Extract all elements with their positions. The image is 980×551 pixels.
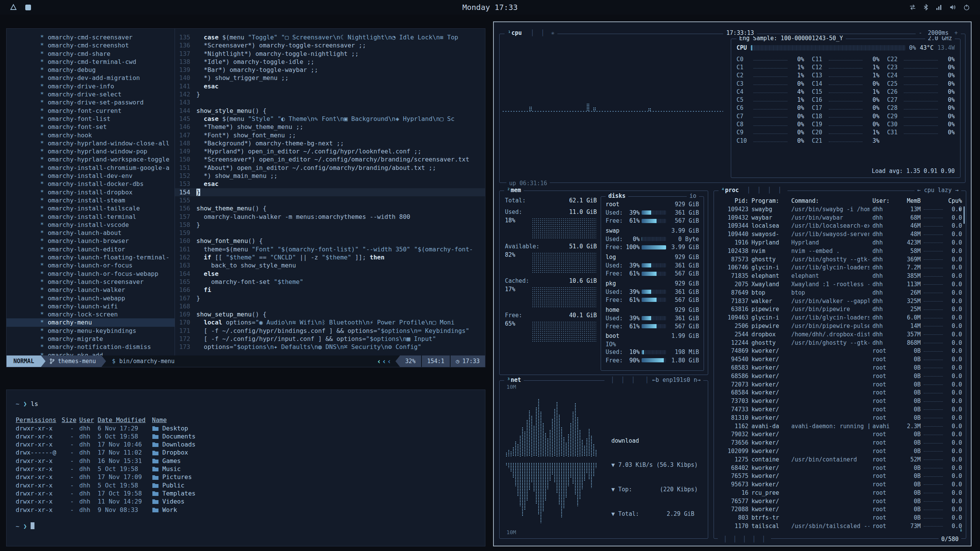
scroll-down-icon[interactable]: ↓ xyxy=(959,526,963,533)
process-row[interactable]: 2506 pipewire /usr/bin/pipewire-pulse dh… xyxy=(719,322,962,331)
net-control-button[interactable] xyxy=(628,377,639,383)
file-item[interactable]: omarchy-hyprland-window-pop xyxy=(7,147,175,155)
process-row[interactable]: 87573 ghostty /usr/bin/ghostty --gtk- dh… xyxy=(719,256,962,264)
code-editor[interactable]: 135 case $(menu "Toggle" "▢ Screensaver\… xyxy=(175,29,485,355)
file-item[interactable]: omarchy-hyprland-window-close-all xyxy=(7,139,175,147)
file-item[interactable]: omarchy-launch-floating-terminal- xyxy=(7,253,175,261)
btop-menu-button[interactable] xyxy=(537,29,548,36)
power-icon[interactable] xyxy=(963,4,970,11)
bluetooth-icon[interactable] xyxy=(923,4,929,11)
omarchy-logo-icon[interactable] xyxy=(10,4,17,11)
process-row[interactable]: 76575 kworker/ root 0B 0.0 xyxy=(719,472,962,481)
process-row[interactable]: 73703 kworker/ root 0B 0.0 xyxy=(719,397,962,406)
process-row[interactable]: 102099 kworker/ root 0B 0.0 xyxy=(719,447,962,456)
process-row[interactable]: 63816 pipewire /usr/bin/pipewire dhh 25M… xyxy=(719,305,962,314)
proc-control-button[interactable] xyxy=(764,187,774,194)
proc-control-button[interactable] xyxy=(774,187,785,194)
file-item[interactable]: omarchy-cmd-terminal-cwd xyxy=(7,58,175,66)
proc-sort-mode[interactable]: ← cpu lazy → xyxy=(915,187,961,194)
process-row[interactable]: 1275 containe /usr/bin/containerd root 5… xyxy=(719,456,962,464)
process-row[interactable]: 68584 kworker/ root 0B 0.0 xyxy=(719,389,962,397)
process-row[interactable]: 1162 avahi-da avahi-daemon: running [ av… xyxy=(719,422,962,431)
process-row[interactable]: 102438 nvim nvim --embed . dhh 58M 0.0 xyxy=(719,247,962,256)
proc-control-button[interactable] xyxy=(743,187,754,194)
net-control-button[interactable] xyxy=(617,377,628,383)
proc-control-button[interactable] xyxy=(754,187,764,194)
proc-footer-key[interactable] xyxy=(749,536,759,543)
process-row[interactable]: 71837 walker /usr/bin/walker --gappl dhh… xyxy=(719,297,962,306)
file-item[interactable]: omarchy-launch-wifi xyxy=(7,302,175,310)
proc-footer-key[interactable] xyxy=(720,536,730,543)
file-item[interactable]: omarchy-lock-screen xyxy=(7,310,175,318)
process-row[interactable]: 68402 kworker/ root 0B 0.0 xyxy=(719,464,962,473)
proc-footer-key[interactable] xyxy=(740,536,749,543)
file-item[interactable]: omarchy-font-current xyxy=(7,107,175,115)
process-row[interactable]: 95673 kworker/ root 0B 0.0 xyxy=(719,481,962,489)
file-item[interactable]: omarchy-menu-keybindings xyxy=(7,327,175,335)
process-row[interactable]: 72088 kworker/ root 0B 0.0 xyxy=(719,505,962,514)
process-row[interactable]: 79032 kworker/ root 0B 0.0 xyxy=(719,430,962,439)
process-row[interactable]: 109463 glycin-i /usr/lib/glycin-loaders … xyxy=(719,314,962,322)
file-item[interactable]: omarchy-font-list xyxy=(7,115,175,123)
proc-scrollbar-thumb[interactable] xyxy=(964,206,965,224)
process-row[interactable]: 106746 glycin-i /usr/lib/glycin-loaders … xyxy=(719,264,962,272)
net-control-button[interactable] xyxy=(607,377,617,383)
process-row[interactable]: 71835 elephant elephant dhh 385M 0.0 xyxy=(719,272,962,280)
file-item[interactable]: omarchy-launch-webapp xyxy=(7,294,175,302)
file-item[interactable]: omarchy-cmd-screensaver xyxy=(7,33,175,41)
workspace-active-indicator[interactable] xyxy=(25,5,31,10)
file-item[interactable]: omarchy-launch-browser xyxy=(7,237,175,245)
file-item[interactable]: omarchy-install-terminal xyxy=(7,213,175,221)
file-item[interactable]: omarchy-install-dev-env xyxy=(7,172,175,180)
file-item[interactable]: omarchy-launch-screensaver xyxy=(7,278,175,286)
io-title[interactable]: io xyxy=(687,192,699,199)
process-row[interactable]: 68586 kworker/ root 0B 0.0 xyxy=(719,372,962,381)
process-row[interactable]: 12244 ghostty /usr/bin/ghostty --gtk- dh… xyxy=(719,339,962,347)
process-row[interactable]: 74733 kworker/ root 0B 0.0 xyxy=(719,406,962,414)
file-item[interactable]: omarchy-drive-set-password xyxy=(7,98,175,106)
file-item[interactable]: omarchy-notification-dismiss xyxy=(7,343,175,351)
process-row[interactable]: 94540 kworker/ root 0B 0.0 xyxy=(719,355,962,364)
file-item[interactable]: omarchy-drive-info xyxy=(7,82,175,90)
disks-title[interactable]: disks xyxy=(606,192,628,199)
file-item[interactable]: omarchy-install-tailscale xyxy=(7,204,175,212)
process-row[interactable]: 72073 kworker/ root 0B 0.0 xyxy=(719,381,962,389)
file-item[interactable]: omarchy-install-docker-dbs xyxy=(7,180,175,188)
file-item[interactable]: omarchy-install-chromium-google-a xyxy=(7,164,175,172)
screen-share-icon[interactable] xyxy=(909,4,916,11)
process-row[interactable]: 2075 Xwayland Xwayland :1 -rootless - dh… xyxy=(719,280,962,289)
file-item[interactable]: omarchy-dev-add-migration xyxy=(7,74,175,82)
file-item[interactable]: omarchy-launch-about xyxy=(7,229,175,237)
interval-decrease[interactable]: - xyxy=(919,29,922,36)
net-interface-selector[interactable]: ←b enp191s0 n→ xyxy=(642,377,701,383)
file-tree[interactable]: omarchy-cmd-screensaver omarchy-cmd-scre… xyxy=(7,29,175,355)
process-row[interactable]: 109432 waybar /usr/bin/waybar dhh 68M 0.… xyxy=(719,214,962,222)
process-row[interactable]: 1170 tailscal /usr/sbin/tailscaled -- ro… xyxy=(719,522,962,531)
process-row[interactable]: 87649 btop btop dhh 26M 0.0 xyxy=(719,289,962,297)
file-item[interactable]: omarchy-menu xyxy=(7,318,175,326)
process-row[interactable]: 81310 kworker/ root 0B 0.0 xyxy=(719,414,962,422)
file-item[interactable]: omarchy-hook xyxy=(7,131,175,139)
file-item[interactable]: omarchy-launch-or-focus-webapp xyxy=(7,270,175,278)
interval-increase[interactable]: + xyxy=(954,29,958,36)
process-row[interactable]: 68583 kworker/ root 0B 0.0 xyxy=(719,364,962,372)
current-prompt-line[interactable]: ~ ❯ xyxy=(16,522,485,530)
file-item[interactable]: omarchy-install-dropbox xyxy=(7,188,175,196)
process-row[interactable]: 109440 swayosd- /usr/lib/swayosd-server … xyxy=(719,230,962,239)
process-row[interactable]: 16 rcu_pree root 0B 0.0 xyxy=(719,489,962,497)
network-bars-icon[interactable] xyxy=(936,4,942,11)
process-row[interactable]: 76577 kworker/ root 0B 0.0 xyxy=(719,497,962,506)
file-item[interactable]: omarchy-hyprland-workspace-toggle xyxy=(7,155,175,163)
process-row[interactable]: 803 btrfs-tr root 0B 0.0 xyxy=(719,514,962,522)
file-item[interactable]: omarchy-cmd-share xyxy=(7,50,175,58)
process-row[interactable]: 109344 localsea /usr/lib/localsearch-ex … xyxy=(719,222,962,230)
proc-footer-key[interactable] xyxy=(730,536,740,543)
file-item[interactable]: omarchy-debug xyxy=(7,66,175,74)
file-item[interactable]: omarchy-launch-or-focus xyxy=(7,261,175,269)
file-item[interactable]: omarchy-launch-editor xyxy=(7,245,175,253)
volume-icon[interactable] xyxy=(949,4,956,11)
process-row[interactable]: 73656 kworker/ root 0B 0.0 xyxy=(719,439,962,447)
file-item[interactable]: omarchy-migrate xyxy=(7,335,175,343)
btop-menu-button[interactable] xyxy=(527,29,537,36)
proc-footer-key[interactable] xyxy=(759,536,768,543)
